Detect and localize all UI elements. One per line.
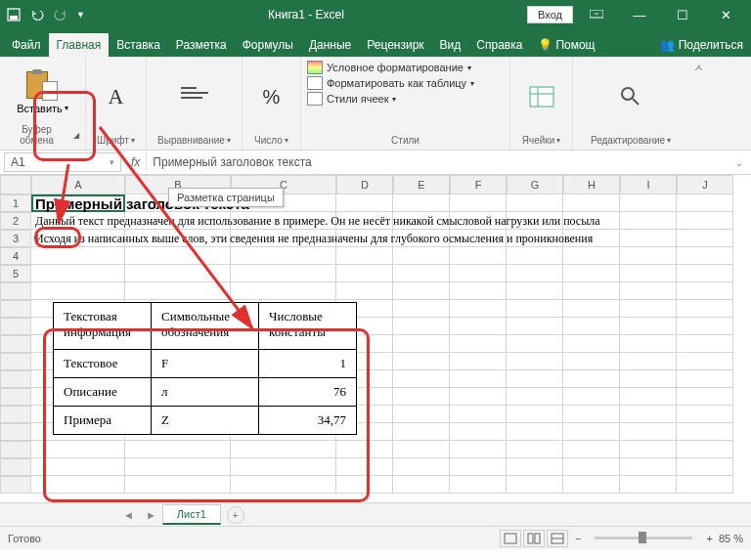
- cell[interactable]: [231, 282, 336, 300]
- fx-icon[interactable]: fx: [125, 155, 146, 169]
- cell[interactable]: [450, 194, 507, 212]
- row-header[interactable]: 4: [0, 247, 31, 265]
- row-header[interactable]: [0, 458, 31, 476]
- tab-view[interactable]: Вид: [432, 33, 469, 57]
- minimize-icon[interactable]: —: [620, 3, 659, 26]
- cell[interactable]: [677, 318, 733, 335]
- ribbon-collapse-icon[interactable]: ㅅ: [688, 57, 708, 150]
- cell[interactable]: [450, 353, 507, 370]
- cell[interactable]: [507, 423, 563, 441]
- name-box[interactable]: A1▾: [4, 152, 121, 172]
- cell[interactable]: [231, 458, 336, 476]
- cell[interactable]: [450, 458, 507, 476]
- cell[interactable]: [336, 458, 393, 476]
- signin-button[interactable]: Вход: [527, 6, 573, 23]
- formula-expand-icon[interactable]: ⌄: [728, 157, 751, 168]
- cell[interactable]: [677, 441, 733, 458]
- undo-icon[interactable]: [29, 7, 45, 22]
- cell[interactable]: [563, 265, 620, 282]
- cell[interactable]: [450, 370, 507, 388]
- cell[interactable]: [677, 388, 733, 406]
- group-alignment-label[interactable]: Выравнивание: [157, 135, 225, 146]
- cell[interactable]: [563, 318, 620, 335]
- cell[interactable]: [393, 265, 450, 282]
- cell[interactable]: [507, 300, 563, 318]
- row-header[interactable]: [0, 318, 31, 335]
- row-header[interactable]: [0, 388, 31, 406]
- cell[interactable]: [336, 247, 393, 265]
- tab-help[interactable]: Справка: [468, 33, 530, 57]
- cell[interactable]: [393, 370, 450, 388]
- column-header[interactable]: G: [507, 175, 563, 194]
- cell[interactable]: [231, 247, 336, 265]
- cell[interactable]: [620, 247, 677, 265]
- format-as-table-button[interactable]: Форматировать как таблицу▾: [307, 76, 504, 90]
- cell[interactable]: [677, 230, 733, 247]
- cell[interactable]: [620, 441, 677, 458]
- cell[interactable]: [620, 212, 677, 230]
- view-normal-icon[interactable]: [500, 530, 521, 547]
- cell[interactable]: [31, 458, 125, 476]
- cell[interactable]: [393, 388, 450, 406]
- cell[interactable]: [125, 476, 231, 494]
- qat-dropdown-icon[interactable]: ▼: [76, 10, 85, 20]
- cell[interactable]: [450, 318, 507, 335]
- group-number-label[interactable]: Число: [254, 135, 283, 146]
- cell[interactable]: [563, 282, 620, 300]
- sheet-nav-next-icon[interactable]: ►: [140, 509, 162, 521]
- cell[interactable]: [507, 441, 563, 458]
- row-header[interactable]: [0, 441, 31, 458]
- cell[interactable]: [125, 441, 231, 458]
- cell[interactable]: [677, 423, 733, 441]
- cell[interactable]: [563, 423, 620, 441]
- cell[interactable]: [620, 300, 677, 318]
- cell[interactable]: [563, 300, 620, 318]
- cell[interactable]: [31, 282, 125, 300]
- cell[interactable]: [231, 441, 336, 458]
- cell[interactable]: [125, 247, 231, 265]
- cell[interactable]: [450, 247, 507, 265]
- cell[interactable]: [450, 388, 507, 406]
- cell[interactable]: [393, 335, 450, 353]
- cell[interactable]: [125, 282, 231, 300]
- close-icon[interactable]: ✕: [706, 3, 745, 26]
- cell[interactable]: [336, 441, 393, 458]
- zoom-in-icon[interactable]: +: [706, 533, 712, 544]
- column-header[interactable]: J: [677, 175, 733, 194]
- cell[interactable]: [620, 335, 677, 353]
- cell[interactable]: [507, 476, 563, 494]
- redo-icon[interactable]: [53, 7, 68, 22]
- cell[interactable]: [507, 388, 563, 406]
- cell[interactable]: [620, 265, 677, 282]
- cell[interactable]: [507, 265, 563, 282]
- clipboard-launcher-icon[interactable]: ◢: [73, 131, 79, 140]
- cell[interactable]: [393, 406, 450, 423]
- cell[interactable]: [677, 353, 733, 370]
- cell[interactable]: [507, 282, 563, 300]
- tab-tellme[interactable]: 💡Помощ: [530, 33, 602, 57]
- share-button[interactable]: 👥Поделиться: [652, 33, 751, 57]
- cell[interactable]: [507, 318, 563, 335]
- tab-data[interactable]: Данные: [301, 33, 359, 57]
- cell[interactable]: [393, 318, 450, 335]
- cell[interactable]: [563, 441, 620, 458]
- tab-layout[interactable]: Разметка: [168, 33, 235, 57]
- row-header[interactable]: 2: [0, 212, 31, 230]
- cell[interactable]: [563, 370, 620, 388]
- spreadsheet-grid[interactable]: ABCDEFGHIJ 12345 Примерный заголовок тек…: [0, 175, 751, 502]
- cell[interactable]: [336, 194, 393, 212]
- cell[interactable]: [450, 265, 507, 282]
- cell[interactable]: [563, 247, 620, 265]
- cell[interactable]: [620, 370, 677, 388]
- cell[interactable]: [31, 441, 125, 458]
- tab-home[interactable]: Главная: [49, 33, 110, 57]
- row-header[interactable]: [0, 406, 31, 423]
- cell[interactable]: [620, 318, 677, 335]
- cell[interactable]: [393, 423, 450, 441]
- cell[interactable]: [450, 476, 507, 494]
- cell[interactable]: [677, 370, 733, 388]
- select-all-corner[interactable]: [0, 175, 31, 194]
- cell[interactable]: [450, 441, 507, 458]
- cell[interactable]: [677, 265, 733, 282]
- cell[interactable]: [563, 194, 620, 212]
